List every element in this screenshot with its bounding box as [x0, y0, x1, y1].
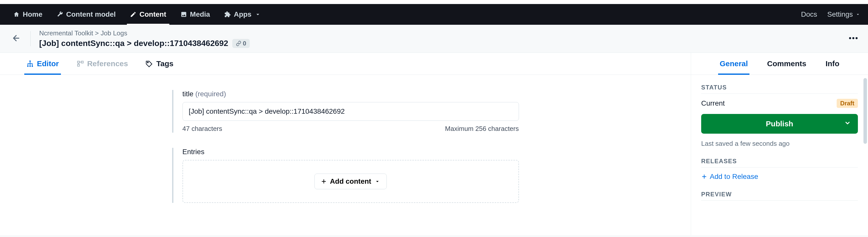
links-chip[interactable]: 0 [232, 39, 250, 48]
top-nav: Home Content model Content Media Apps Do… [0, 4, 868, 25]
svg-rect-3 [30, 61, 31, 62]
tag-icon [146, 60, 153, 67]
main-panel: Editor References Tags title (required) … [0, 53, 691, 235]
sidebar-tab-general[interactable]: General [718, 53, 749, 74]
title-bar: Ncremental Toolkit > Job Logs [Job] cont… [0, 25, 868, 53]
home-icon [13, 11, 20, 18]
add-content-button[interactable]: Add content [314, 174, 386, 189]
nav-settings-label: Settings [827, 10, 853, 19]
references-icon [76, 60, 84, 67]
wrench-icon [57, 11, 63, 18]
chevron-down-icon [844, 120, 851, 126]
status-current-label: Current [701, 99, 725, 107]
title-label: title [183, 90, 194, 98]
sidebar: General Comments Info STATUS Current Dra… [691, 53, 868, 235]
sidebar-tabs: General Comments Info [691, 53, 868, 75]
chevron-down-icon [855, 12, 860, 17]
page-title: [Job] contentSync::qa > develop::1710438… [39, 39, 228, 48]
arrow-left-icon [12, 34, 21, 43]
chevron-down-icon [374, 178, 380, 184]
nav-media[interactable]: Media [175, 4, 216, 25]
plus-icon [701, 174, 707, 180]
status-badge: Draft [837, 99, 858, 108]
nav-docs[interactable]: Docs [801, 10, 817, 19]
svg-rect-9 [78, 64, 80, 66]
preview-heading: PREVIEW [701, 191, 858, 201]
add-to-release[interactable]: Add to Release [701, 173, 858, 181]
tab-editor[interactable]: Editor [24, 53, 61, 74]
nav-home[interactable]: Home [8, 4, 48, 25]
env-bar [0, 0, 868, 4]
field-entries: Entries Add content [172, 148, 519, 203]
svg-point-10 [147, 62, 148, 63]
tab-tags[interactable]: Tags [144, 53, 176, 74]
svg-point-2 [856, 37, 858, 39]
breadcrumb[interactable]: Ncremental Toolkit > Job Logs [39, 29, 250, 37]
field-title: title (required) 47 characters Maximum 2… [172, 90, 519, 133]
nav-home-label: Home [23, 10, 42, 19]
add-content-label: Add content [330, 177, 371, 185]
tree-icon [26, 60, 34, 67]
divider [30, 31, 31, 46]
nav-settings[interactable]: Settings [827, 10, 860, 19]
nav-docs-label: Docs [801, 10, 817, 19]
nav-content-label: Content [140, 10, 166, 19]
plus-icon [321, 178, 327, 184]
chevron-down-icon [254, 11, 261, 18]
title-max: Maximum 256 characters [445, 125, 519, 133]
svg-rect-7 [78, 61, 80, 63]
more-horizontal-icon [848, 33, 859, 44]
tab-references-label: References [87, 59, 128, 68]
nav-apps-label: Apps [234, 10, 251, 19]
sidebar-tab-comments[interactable]: Comments [766, 53, 808, 74]
nav-content-model-label: Content model [66, 10, 116, 19]
publish-button[interactable]: Publish [701, 114, 858, 134]
more-actions-button[interactable] [848, 33, 859, 45]
nav-content-model[interactable]: Content model [51, 4, 121, 25]
releases-heading: RELEASES [701, 158, 858, 168]
title-input[interactable] [183, 102, 519, 121]
link-icon [236, 41, 241, 46]
svg-rect-5 [30, 66, 31, 67]
links-count: 0 [243, 40, 246, 47]
editor-tabs: Editor References Tags [0, 53, 691, 75]
status-heading: STATUS [701, 84, 858, 94]
image-icon [181, 11, 187, 18]
scrollbar-thumb[interactable] [863, 78, 867, 144]
tab-tags-label: Tags [156, 59, 174, 68]
back-button[interactable] [9, 31, 23, 46]
sidebar-tab-info[interactable]: Info [824, 53, 841, 74]
pen-icon [130, 11, 136, 18]
entries-label: Entries [183, 148, 205, 156]
add-to-release-label: Add to Release [710, 173, 758, 181]
entries-dropzone[interactable]: Add content [183, 160, 519, 203]
svg-rect-4 [27, 66, 29, 67]
last-saved-text: Last saved a few seconds ago [701, 140, 858, 147]
svg-rect-6 [32, 66, 33, 67]
svg-point-0 [849, 37, 851, 39]
title-char-count: 47 characters [183, 125, 222, 133]
publish-dropdown[interactable] [844, 120, 851, 128]
title-required: (required) [195, 90, 226, 98]
puzzle-icon [224, 11, 231, 18]
publish-label: Publish [766, 120, 793, 128]
tab-editor-label: Editor [37, 59, 59, 68]
nav-content[interactable]: Content [124, 4, 172, 25]
nav-media-label: Media [190, 10, 210, 19]
tab-references: References [74, 53, 130, 74]
svg-rect-8 [81, 61, 83, 63]
nav-apps[interactable]: Apps [219, 4, 267, 25]
svg-point-1 [852, 37, 854, 39]
